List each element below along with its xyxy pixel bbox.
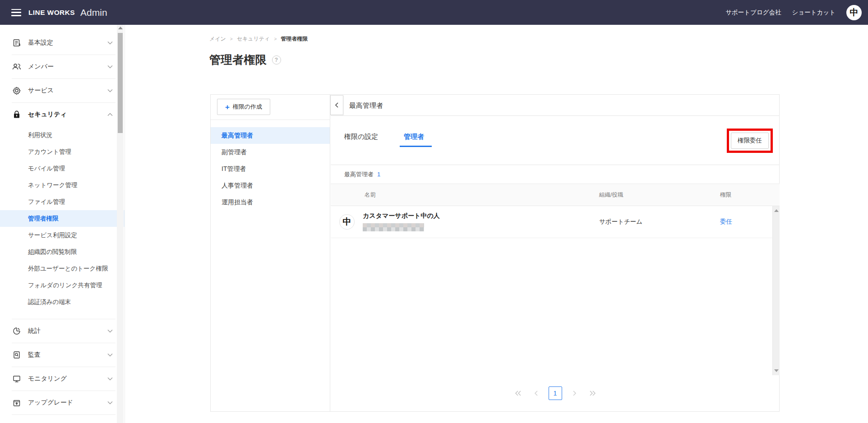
sidebar-subitem-mobile-management[interactable]: モバイル管理 [0, 160, 125, 177]
column-header-permission: 権限 [720, 184, 731, 206]
active-tab-underline [400, 146, 432, 147]
lock-icon [12, 110, 21, 120]
roles-panel: + 権限の作成 最高管理者 副管理者 IT管理者 人事管理者 運用担当者 [211, 95, 330, 411]
page-title: 管理者権限 [209, 52, 267, 67]
brand-logo[interactable]: LINE WORKS [28, 9, 75, 17]
breadcrumb-current: 管理者権限 [281, 35, 308, 43]
avatar: 中 [339, 214, 355, 230]
table-body: 中 カスタマーサポート中の人 サポートチーム 委任 [331, 206, 780, 375]
create-role-label: 権限の作成 [233, 103, 262, 111]
scroll-up-icon[interactable] [118, 27, 123, 29]
brand-product-label: Admin [80, 7, 107, 18]
monitor-icon [12, 374, 21, 384]
member-count-row: 最高管理者 1 [331, 165, 780, 184]
prev-page-icon[interactable] [531, 387, 542, 399]
members-icon [12, 62, 21, 72]
chevron-down-icon [107, 329, 113, 333]
breadcrumb-security[interactable]: セキュリティ [237, 35, 270, 43]
sidebar-item-label: アップグレード [28, 399, 73, 407]
sidebar-item-upgrade[interactable]: アップグレード [0, 393, 125, 412]
chevron-down-icon [107, 41, 113, 45]
sidebar-item-monitoring[interactable]: モニタリング [0, 369, 125, 388]
sidebar-subitem-service-usage-settings[interactable]: サービス利用設定 [0, 227, 125, 244]
sidebar-subitem-org-chart-restriction[interactable]: 組織図の閲覧制限 [0, 244, 125, 260]
sidebar-item-label: セキュリティ [28, 110, 67, 119]
sidebar-subitem-authenticated-devices[interactable]: 認証済みの端末 [0, 294, 125, 310]
main-content: メイン > セキュリティ > 管理者権限 管理者権限 ? + 権限の作成 最高管… [125, 25, 868, 423]
last-page-icon[interactable] [586, 387, 598, 399]
divider [211, 120, 330, 120]
sidebar-subitem-folder-link-sharing[interactable]: フォルダのリンク共有管理 [0, 277, 125, 294]
create-role-button[interactable]: + 権限の作成 [217, 99, 270, 115]
sidebar-subitem-admin-roles[interactable]: 管理者権限 [0, 210, 125, 227]
role-detail-header: 最高管理者 [331, 95, 780, 116]
scrollbar-thumb[interactable] [118, 33, 123, 133]
role-item-operations-staff[interactable]: 運用担当者 [211, 194, 330, 211]
chevron-left-icon [334, 102, 339, 108]
document-icon [12, 38, 21, 48]
tab-administrators[interactable]: 管理者 [404, 133, 424, 141]
sidebar-item-security[interactable]: セキュリティ [0, 105, 125, 124]
sidebar-subitem-file-management[interactable]: ファイル管理 [0, 193, 125, 210]
divider [12, 78, 115, 79]
tab-bar: 権限の設定 管理者 権限委任 [331, 116, 780, 165]
current-page-button[interactable]: 1 [549, 386, 562, 400]
shortcut-link[interactable]: ショートカット [792, 9, 836, 17]
scroll-down-icon[interactable] [774, 369, 779, 372]
column-header-name: 名前 [365, 184, 376, 206]
table-scrollbar[interactable] [772, 206, 780, 375]
sidebar-scrollbar[interactable] [117, 25, 124, 423]
scroll-up-icon[interactable] [774, 209, 779, 212]
back-button[interactable] [330, 95, 343, 115]
breadcrumb-separator: > [274, 37, 277, 41]
table-row[interactable]: 中 カスタマーサポート中の人 サポートチーム 委任 [331, 206, 772, 238]
help-icon[interactable]: ? [272, 55, 281, 64]
divider [12, 319, 115, 319]
sidebar-item-services[interactable]: サービス [0, 81, 125, 100]
sidebar-subitem-external-user-talk-permission[interactable]: 外部ユーザーとのトーク権限 [0, 260, 125, 277]
member-org: サポートチーム [599, 218, 642, 226]
divider [12, 414, 115, 415]
user-avatar[interactable]: 中 [846, 5, 862, 20]
plus-icon: + [225, 103, 230, 111]
divider [12, 343, 115, 343]
sidebar-item-label: サービス [28, 87, 54, 95]
first-page-icon[interactable] [512, 387, 524, 399]
role-detail-title: 最高管理者 [349, 95, 383, 116]
chevron-down-icon [107, 401, 113, 405]
admin-roles-card: + 権限の作成 最高管理者 副管理者 IT管理者 人事管理者 運用担当者 最高管… [210, 94, 780, 412]
sidebar-item-basic-settings[interactable]: 基本設定 [0, 33, 125, 52]
role-item-super-admin[interactable]: 最高管理者 [211, 127, 330, 144]
sidebar-item-audit[interactable]: 監査 [0, 345, 125, 364]
sidebar-item-label: 基本設定 [28, 39, 53, 47]
chevron-down-icon [107, 377, 113, 381]
sidebar-item-label: 統計 [28, 327, 41, 335]
sidebar-item-members[interactable]: メンバー [0, 57, 125, 76]
breadcrumb-main[interactable]: メイン [209, 35, 226, 43]
company-name-link[interactable]: サポートブログ会社 [725, 9, 781, 17]
hamburger-menu-icon[interactable] [11, 9, 21, 16]
sidebar-item-statistics[interactable]: 統計 [0, 322, 125, 340]
sidebar-item-label: モニタリング [28, 375, 67, 383]
role-list: 最高管理者 副管理者 IT管理者 人事管理者 運用担当者 [211, 127, 330, 211]
sidebar-item-label: メンバー [28, 63, 54, 71]
chevron-up-icon [107, 113, 113, 116]
table-header: 名前 組織/役職 権限 [331, 184, 780, 206]
role-item-it-admin[interactable]: IT管理者 [211, 161, 330, 177]
security-submenu: 利用状況 アカウント管理 モバイル管理 ネットワーク管理 ファイル管理 管理者権… [0, 124, 125, 317]
sidebar-item-label: 監査 [28, 351, 41, 359]
chevron-down-icon [107, 65, 113, 69]
delegate-permission-button[interactable]: 権限委任 [731, 133, 769, 149]
role-item-sub-admin[interactable]: 副管理者 [211, 144, 330, 161]
breadcrumb: メイン > セキュリティ > 管理者権限 [209, 35, 308, 43]
breadcrumb-separator: > [230, 37, 233, 41]
sidebar-subitem-account-management[interactable]: アカウント管理 [0, 143, 125, 160]
next-page-icon[interactable] [568, 387, 580, 399]
sidebar-subitem-network-management[interactable]: ネットワーク管理 [0, 177, 125, 193]
sidebar-subitem-usage-status[interactable]: 利用状況 [0, 127, 125, 143]
delegate-link[interactable]: 委任 [720, 218, 732, 226]
role-item-hr-admin[interactable]: 人事管理者 [211, 177, 330, 194]
tab-permission-settings[interactable]: 権限の設定 [344, 133, 378, 141]
audit-search-icon [12, 350, 21, 360]
chevron-down-icon [107, 353, 113, 357]
